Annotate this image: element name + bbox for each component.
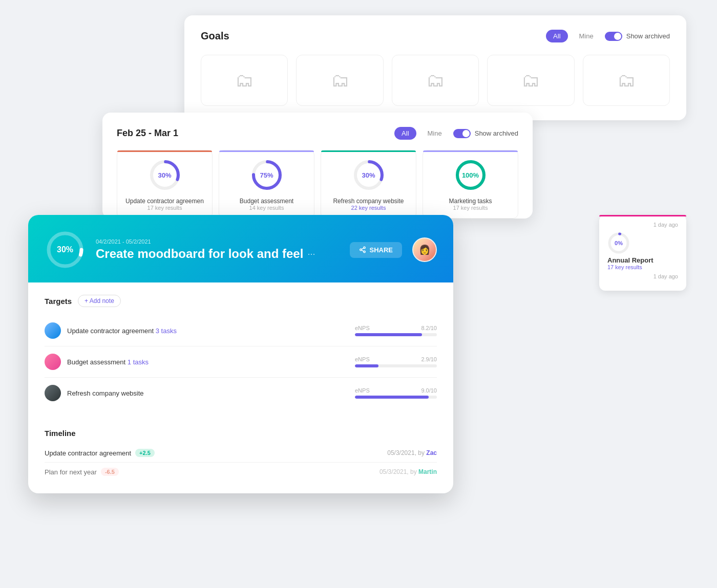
goal-card-sub-1: 17 key results <box>147 205 182 211</box>
goal-card-top-border-1 <box>117 150 212 152</box>
goal-card-sub-4: 17 key results <box>453 205 488 211</box>
folder-icon-2: 🗂 <box>331 70 349 91</box>
detail-title: Create moodboard for look and feel <box>96 247 303 261</box>
goal-card-top-border-2 <box>219 150 314 152</box>
timeline-row-2: Plan for next year -6.5 05/3/2021, by Ma… <box>45 463 437 481</box>
target-metric-area-3: eNPS 9.0/10 <box>355 387 437 399</box>
targets-title: Targets <box>45 297 72 306</box>
target-row-1: Update contractor agreement 3 tasks eNPS… <box>45 315 437 346</box>
timeline-name-2: Plan for next year <box>45 468 97 476</box>
timeline-left-2: Plan for next year -6.5 <box>45 468 119 476</box>
goals-folder-grid: 🗂 🗂 🗂 🗂 🗂 <box>201 55 670 106</box>
donut-label-4: 100% <box>462 171 479 179</box>
timeline-right-2: 05/3/2021, by Martin <box>379 468 437 475</box>
folder-card-2[interactable]: 🗂 <box>296 55 383 106</box>
detail-date: 04/2/2021 - 05/2/2021 <box>96 238 340 245</box>
goals-all-button[interactable]: All <box>546 30 567 42</box>
timeline-name-1: Update contractor agreement <box>45 449 131 457</box>
target-metric-area-2: eNPS 2.9/10 <box>355 356 437 367</box>
goals-filter-buttons: All Mine Show archived <box>546 30 670 42</box>
detail-donut-label: 30% <box>57 245 73 254</box>
right-card-annual[interactable]: 1 day ago 0% Annual Report 17 key result… <box>599 215 686 291</box>
svg-line-15 <box>362 250 364 251</box>
goal-cards-row: 30% Update contractor agreemen 17 key re… <box>117 150 518 219</box>
folder-card-1[interactable]: 🗂 <box>201 55 288 106</box>
goals-show-archived-label: Show archived <box>626 32 670 40</box>
folder-icon-4: 🗂 <box>521 70 540 91</box>
goal-card-sub-3: 22 key results <box>351 205 386 211</box>
weekly-show-archived-label: Show archived <box>475 129 518 137</box>
right-card-ago: 1 day ago <box>607 273 678 279</box>
share-label: SHARE <box>369 246 393 254</box>
goal-card-top-border-4 <box>423 150 518 152</box>
target-progress-bar-1 <box>355 333 437 336</box>
goal-card-1[interactable]: 30% Update contractor agreemen 17 key re… <box>117 150 213 219</box>
target-avatar-3 <box>45 385 61 401</box>
weekly-mine-button[interactable]: Mine <box>420 127 449 140</box>
target-metric-label-2: eNPS 2.9/10 <box>355 356 437 362</box>
goals-show-archived-toggle[interactable]: Show archived <box>605 32 670 41</box>
folder-card-5[interactable]: 🗂 <box>583 55 670 106</box>
timeline-badge-2: -6.5 <box>101 468 119 476</box>
folder-card-3[interactable]: 🗂 <box>392 55 479 106</box>
right-card-meta: 1 day ago <box>607 222 678 228</box>
goal-card-name-1: Update contractor agreemen <box>125 198 204 205</box>
share-button[interactable]: SHARE <box>350 242 402 258</box>
add-note-button[interactable]: + Add note <box>78 295 121 307</box>
donut-2: 75% <box>250 159 283 191</box>
goal-card-name-3: Refresh company website <box>333 198 404 205</box>
goals-mine-button[interactable]: Mine <box>572 30 601 42</box>
folder-icon-5: 🗂 <box>617 70 636 91</box>
goals-toggle-switch[interactable] <box>605 32 622 41</box>
timeline-by-2: Martin <box>418 468 437 475</box>
svg-point-14 <box>364 251 366 253</box>
target-row-3: Refresh company website eNPS 9.0/10 <box>45 378 437 408</box>
donut-3: 30% <box>352 159 385 191</box>
avatar: 👩 <box>412 237 437 262</box>
svg-point-12 <box>364 247 366 249</box>
donut-4: 100% <box>454 159 487 191</box>
folder-card-4[interactable]: 🗂 <box>487 55 574 106</box>
target-name-2: Budget assessment 1 tasks <box>67 358 349 366</box>
right-card-top-border <box>599 215 686 216</box>
goal-card-3[interactable]: 30% Refresh company website 22 key resul… <box>321 150 416 219</box>
weekly-title: Feb 25 - Mar 1 <box>117 128 178 139</box>
goal-card-sub-2: 14 key results <box>249 205 284 211</box>
goals-header: Goals All Mine Show archived <box>201 30 670 42</box>
targets-header: Targets + Add note <box>45 295 437 307</box>
weekly-show-archived-toggle[interactable]: Show archived <box>453 129 518 138</box>
target-avatar-2 <box>45 354 61 370</box>
weekly-toggle-switch[interactable] <box>453 129 471 138</box>
target-row-2: Budget assessment 1 tasks eNPS 2.9/10 <box>45 346 437 378</box>
target-name-3: Refresh company website <box>67 389 349 397</box>
folder-icon-1: 🗂 <box>235 70 254 91</box>
weekly-panel: Feb 25 - Mar 1 All Mine Show archived 30… <box>102 113 533 219</box>
goal-card-4[interactable]: 100% Marketing tasks 17 key results <box>423 150 518 219</box>
detail-title-area: 04/2/2021 - 05/2/2021 Create moodboard f… <box>96 238 340 261</box>
detail-more-dots[interactable]: ··· <box>307 249 315 259</box>
weekly-filter-buttons: All Mine Show archived <box>394 127 518 140</box>
timeline-left-1: Update contractor agreement +2.5 <box>45 449 155 457</box>
right-cards-container: 1 day ago 0% Annual Report 17 key result… <box>599 215 686 291</box>
weekly-all-button[interactable]: All <box>394 127 416 140</box>
detail-body: Targets + Add note Update contractor agr… <box>28 282 453 421</box>
detail-donut: 30% <box>45 229 86 270</box>
target-metric-area-1: eNPS 8.2/10 <box>355 325 437 336</box>
timeline-title: Timeline <box>45 429 437 438</box>
timeline-row-1: Update contractor agreement +2.5 05/3/20… <box>45 444 437 463</box>
donut-1: 30% <box>149 159 181 191</box>
target-metric-label-1: eNPS 8.2/10 <box>355 325 437 331</box>
target-progress-fill-2 <box>355 364 378 367</box>
right-card-donut: 0% <box>607 232 630 254</box>
goals-title: Goals <box>201 30 229 42</box>
goal-card-2[interactable]: 75% Budget assessment 14 key results <box>219 150 314 219</box>
detail-panel: 30% 04/2/2021 - 05/2/2021 Create moodboa… <box>28 215 453 493</box>
target-name-1: Update contractor agreement 3 tasks <box>67 327 349 335</box>
donut-label-1: 30% <box>158 171 171 179</box>
target-metric-label-3: eNPS 9.0/10 <box>355 387 437 394</box>
target-progress-fill-1 <box>355 333 422 336</box>
target-link-1[interactable]: 3 tasks <box>156 327 177 335</box>
target-link-2[interactable]: 1 tasks <box>128 358 149 366</box>
target-progress-bar-3 <box>355 396 437 399</box>
timeline-right-1: 05/3/2021, by Zac <box>387 449 437 456</box>
